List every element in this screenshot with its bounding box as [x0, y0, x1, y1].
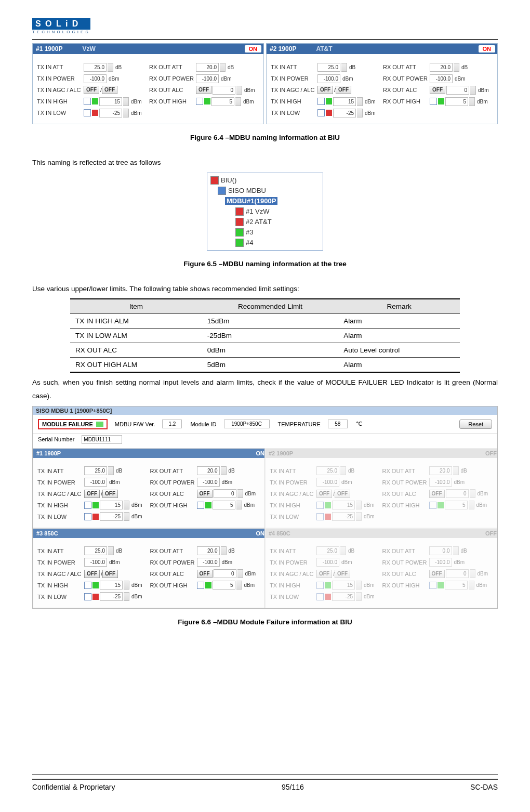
rx-alc-off-button[interactable]: OFF — [196, 86, 211, 94]
modid-field[interactable]: 1900P+850C — [224, 420, 270, 428]
checkbox[interactable] — [197, 582, 204, 589]
rx-alc-off-button[interactable]: OFF — [430, 86, 445, 94]
agc-off-button[interactable]: OFF — [316, 570, 332, 578]
rx-alc-field[interactable]: 0 — [214, 489, 236, 498]
reset-button[interactable]: Reset — [459, 420, 492, 429]
spinner-icon[interactable] — [357, 109, 363, 117]
spinner-icon[interactable] — [237, 489, 243, 498]
agc-off-button[interactable]: OFF — [84, 570, 100, 578]
tx-in-power-field[interactable]: -100.0 — [316, 558, 339, 567]
spinner-icon[interactable] — [236, 501, 242, 509]
spinner-icon[interactable] — [237, 569, 243, 578]
tx-in-power-field[interactable]: -100.0 — [84, 558, 107, 567]
rx-alc-field[interactable]: 0 — [446, 489, 469, 498]
rx-out-power-field[interactable]: -100.0 — [196, 74, 219, 83]
spinner-icon[interactable] — [340, 546, 346, 555]
checkbox[interactable] — [429, 502, 436, 509]
spinner-icon[interactable] — [220, 63, 226, 72]
checkbox[interactable] — [429, 582, 436, 589]
tx-in-power-field[interactable]: -100.0 — [316, 478, 339, 487]
spinner-icon[interactable] — [108, 63, 113, 72]
spinner-icon[interactable] — [356, 512, 362, 521]
spinner-icon[interactable] — [108, 546, 114, 555]
checkbox[interactable] — [84, 502, 91, 509]
spinner-icon[interactable] — [470, 569, 475, 578]
rx-alc-off-button[interactable]: OFF — [197, 490, 213, 498]
tree-item[interactable]: #3 — [246, 228, 253, 236]
checkbox[interactable] — [84, 109, 91, 116]
tx-in-high-field[interactable]: 15 — [100, 581, 123, 590]
tx-in-low-field[interactable]: -25 — [333, 109, 356, 117]
tx-in-att-field[interactable]: 25.0 — [84, 546, 107, 555]
tree-item[interactable]: #2 AT&T — [246, 218, 272, 226]
serial-field[interactable]: MDBU1111 — [82, 435, 122, 444]
spinner-icon[interactable] — [340, 466, 346, 475]
rx-alc-off-button[interactable]: OFF — [429, 490, 445, 498]
checkbox[interactable] — [84, 593, 91, 600]
tree-item[interactable]: #1 VzW — [246, 207, 270, 215]
checkbox[interactable] — [196, 98, 203, 105]
alc-off-button[interactable]: OFF — [336, 86, 351, 94]
checkbox[interactable] — [430, 98, 437, 105]
tx-in-att-field[interactable]: 25.0 — [84, 466, 107, 475]
tx-in-low-field[interactable]: -25 — [332, 592, 355, 601]
spinner-icon[interactable] — [123, 97, 129, 106]
rx-alc-field[interactable]: 0 — [213, 86, 235, 95]
tx-in-low-field[interactable]: -25 — [100, 512, 123, 521]
tx-in-high-field[interactable]: 15 — [332, 581, 355, 590]
tx-in-high-field[interactable]: 15 — [332, 501, 355, 509]
alc-off-button[interactable]: OFF — [335, 490, 350, 498]
rx-alc-field[interactable]: 0 — [446, 86, 469, 95]
rx-alc-off-button[interactable]: OFF — [197, 570, 213, 578]
checkbox[interactable] — [316, 582, 324, 589]
checkbox[interactable] — [316, 593, 324, 600]
spinner-icon[interactable] — [454, 63, 459, 72]
spinner-icon[interactable] — [356, 501, 362, 509]
checkbox[interactable] — [317, 109, 325, 116]
rx-alc-field[interactable]: 0 — [446, 569, 469, 578]
tx-in-low-field[interactable]: -25 — [99, 109, 122, 117]
spinner-icon[interactable] — [453, 466, 459, 475]
tx-in-high-field[interactable]: 15 — [333, 97, 356, 106]
rx-out-att-field[interactable]: 20.0 — [196, 63, 219, 72]
rx-alc-field[interactable]: 0 — [214, 569, 236, 578]
checkbox[interactable] — [317, 98, 325, 105]
agc-off-button[interactable]: OFF — [317, 86, 333, 94]
checkbox[interactable] — [316, 502, 324, 509]
alc-off-button[interactable]: OFF — [102, 570, 118, 578]
agc-off-button[interactable]: OFF — [84, 490, 100, 498]
rx-out-high-field[interactable]: 5 — [445, 501, 468, 509]
spinner-icon[interactable] — [123, 109, 129, 117]
spinner-icon[interactable] — [108, 466, 114, 475]
checkbox[interactable] — [84, 98, 91, 105]
spinner-icon[interactable] — [356, 592, 362, 601]
checkbox[interactable] — [84, 582, 91, 589]
spinner-icon[interactable] — [124, 512, 129, 521]
tx-in-att-field[interactable]: 25.0 — [316, 466, 339, 475]
agc-off-button[interactable]: OFF — [84, 86, 99, 94]
spinner-icon[interactable] — [124, 581, 129, 590]
spinner-icon[interactable] — [356, 581, 362, 590]
spinner-icon[interactable] — [469, 97, 475, 106]
rx-alc-off-button[interactable]: OFF — [429, 570, 445, 578]
rx-out-att-field[interactable]: 20.0 — [429, 466, 452, 475]
tx-in-low-field[interactable]: -25 — [100, 592, 123, 601]
rx-out-power-field[interactable]: -100.0 — [430, 74, 453, 83]
spinner-icon[interactable] — [357, 97, 363, 106]
checkbox[interactable] — [316, 513, 324, 520]
tx-in-high-field[interactable]: 15 — [100, 501, 123, 509]
tree-mdbu[interactable]: MDBU#1(1900P — [225, 197, 277, 205]
rx-out-high-field[interactable]: 5 — [211, 97, 234, 106]
spinner-icon[interactable] — [469, 501, 474, 509]
rx-out-high-field[interactable]: 5 — [213, 581, 235, 590]
tx-in-power-field[interactable]: -100.0 — [84, 478, 107, 487]
alc-off-button[interactable]: OFF — [102, 86, 117, 94]
spinner-icon[interactable] — [341, 63, 347, 72]
rx-out-att-field[interactable]: 0.0 — [429, 546, 452, 555]
rx-out-power-field[interactable]: -100.0 — [429, 478, 452, 487]
spinner-icon[interactable] — [469, 581, 474, 590]
rx-out-high-field[interactable]: 5 — [213, 501, 235, 509]
rx-out-power-field[interactable]: -100.0 — [197, 558, 220, 567]
tree-item[interactable]: #4 — [246, 239, 253, 246]
spinner-icon[interactable] — [221, 466, 227, 475]
